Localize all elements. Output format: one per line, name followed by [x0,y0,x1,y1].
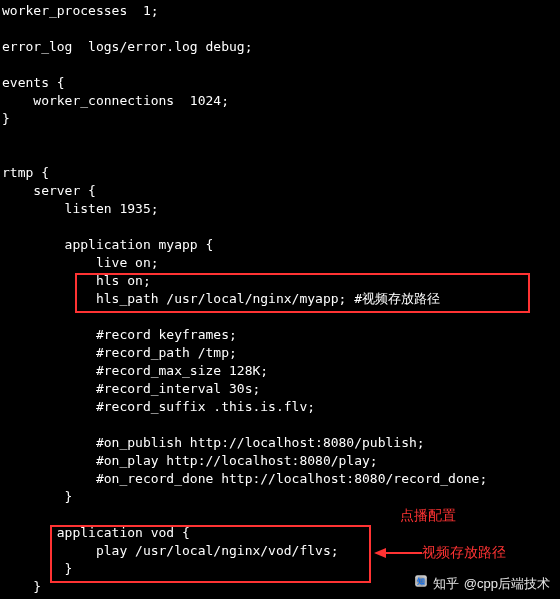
line: listen 1935; [2,201,159,216]
line: events { [2,75,65,90]
line: #record keyframes; [2,327,237,342]
arrow-icon [374,546,422,560]
line: #on_record_done http://localhost:8080/re… [2,471,487,486]
zhihu-icon: 知 [414,574,428,593]
line: #record_max_size 128K; [2,363,268,378]
svg-marker-1 [374,548,386,558]
watermark-brand: 知乎 [433,575,459,593]
line: #on_play http://localhost:8080/play; [2,453,378,468]
line: rtmp { [2,165,49,180]
svg-text:知: 知 [416,577,425,586]
line: worker_processes 1; [2,3,159,18]
line: #record_path /tmp; [2,345,237,360]
callout-vod-config: 点播配置 [400,506,456,524]
highlight-box-hls [75,273,530,313]
line: live on; [2,255,159,270]
line: } [2,489,72,504]
line: #record_interval 30s; [2,381,260,396]
line: worker_connections 1024; [2,93,229,108]
line: #on_publish http://localhost:8080/publis… [2,435,425,450]
line: } [2,579,41,594]
watermark: 知 知乎 @cpp后端技术 [414,574,550,593]
line: } [2,111,10,126]
line: application myapp { [2,237,213,252]
line: #record_suffix .this.is.flv; [2,399,315,414]
highlight-box-vod [50,525,371,583]
line: error_log logs/error.log debug; [2,39,252,54]
watermark-text: @cpp后端技术 [464,575,550,593]
line: server { [2,183,96,198]
callout-video-path: 视频存放路径 [422,543,506,561]
